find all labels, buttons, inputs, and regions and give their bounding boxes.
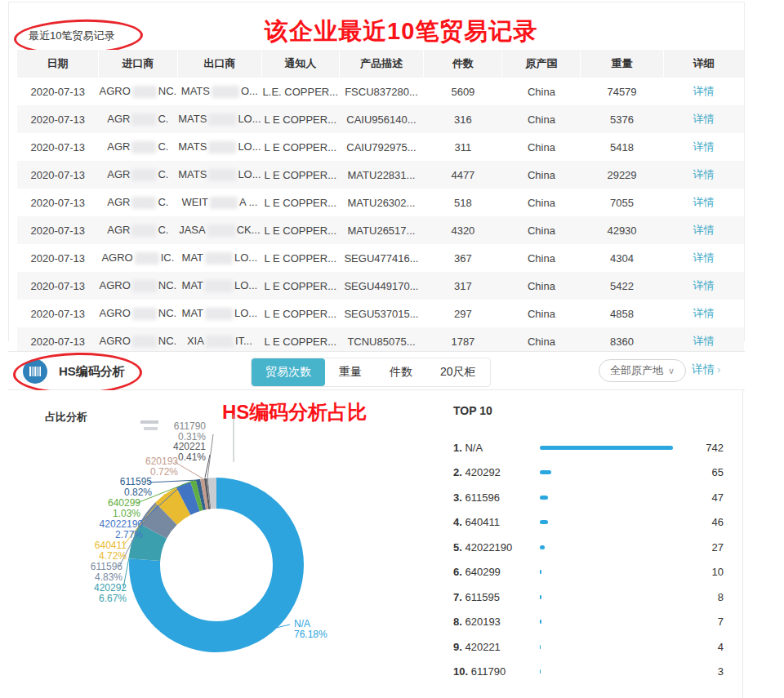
table-row: 2020-07-13AGRONC.MATLO...L E COPPER...SE… — [17, 272, 744, 300]
censored-text — [210, 197, 238, 209]
censored-text — [208, 113, 236, 126]
trade-table: 日期 进口商 出口商 通知人 产品描述 件数 原产国 重量 详细 2020-07… — [17, 50, 744, 355]
weight-cell: 5422 — [581, 272, 663, 300]
detail-link[interactable]: 详情 — [693, 168, 715, 180]
table-row: 2020-07-13AGRC.JASACK...L E COPPER...MAT… — [17, 216, 744, 244]
table-row: 2020-07-13AGRONC.MATLO...L E COPPER...SE… — [17, 300, 744, 327]
slice-label-420221: 4202210.41% — [173, 441, 206, 463]
top10-bar-track — [540, 470, 676, 474]
censored-text — [131, 197, 156, 209]
top10-label: 9. 420221 — [453, 641, 540, 653]
top10-bar-track — [540, 620, 676, 624]
top10-row: 1. N/A742 — [453, 435, 727, 460]
exporter-cell: MATSLO... — [177, 161, 261, 189]
col-header-notify: 通知人 — [262, 50, 339, 78]
slice-label-611595: 6115950.82% — [120, 476, 152, 498]
donut-chart[interactable]: N/A76.18%4202926.67%6115964.83%6404114.7… — [8, 390, 466, 698]
tab-qty[interactable]: 件数 — [376, 358, 426, 386]
qty-cell: 297 — [424, 300, 502, 327]
top10-label: 4. 640411 — [453, 516, 540, 528]
product-cell: CAIU956140... — [339, 105, 424, 133]
date-cell: 2020-07-13 — [17, 105, 99, 133]
col-header-qty: 件数 — [424, 50, 502, 78]
top10-value: 65 — [676, 466, 727, 478]
detail-cell: 详情 — [663, 105, 744, 133]
weight-cell: 5418 — [581, 133, 663, 161]
col-header-weight: 重量 — [581, 50, 663, 78]
col-header-product: 产品描述 — [339, 50, 424, 78]
top10-label: 2. 420292 — [453, 466, 540, 478]
weight-cell: 5376 — [581, 105, 663, 133]
censored-text — [131, 141, 156, 153]
top10-label: 7. 611595 — [453, 591, 540, 603]
top10-label: 6. 640299 — [453, 566, 540, 578]
trade-table-body: 2020-07-13AGRONC.MATSO...L.E. COPPER...F… — [17, 78, 744, 355]
censored-text — [208, 141, 236, 153]
slice-label-42022190: 420221902.77% — [100, 518, 144, 540]
exporter-cell: MATLO... — [177, 272, 261, 300]
col-header-detail: 详细 — [663, 50, 744, 78]
detail-link[interactable]: 详情 — [693, 251, 715, 264]
detail-cell: 详情 — [663, 244, 744, 272]
top10-panel: TOP 10 1. N/A7422. 420292653. 611596474.… — [453, 404, 727, 684]
product-cell: MATU26517... — [339, 216, 424, 244]
detail-link[interactable]: 详情 — [693, 85, 715, 97]
table-title: 最近10笔贸易记录 — [29, 29, 114, 43]
detail-cell: 详情 — [663, 133, 744, 161]
notify-cell: L E COPPER... — [262, 300, 339, 327]
notify-cell: L E COPPER... — [262, 105, 339, 133]
tab-weight[interactable]: 重量 — [325, 358, 376, 386]
tab-20ft[interactable]: 20尺柜 — [426, 358, 490, 386]
top10-label: 3. 611596 — [453, 491, 540, 504]
detail-link[interactable]: 详情 — [693, 196, 715, 208]
slice-label-N/A: N/A76.18% — [294, 618, 327, 640]
detail-link[interactable]: 详情 — [693, 279, 715, 291]
exporter-cell: MATSLO... — [177, 105, 261, 133]
date-cell: 2020-07-13 — [17, 272, 99, 300]
slice-label-640299: 6402991.03% — [108, 497, 140, 519]
censored-text — [132, 336, 157, 348]
qty-cell: 4477 — [424, 161, 502, 189]
origin-cell: China — [502, 78, 581, 105]
slice-label-611790: 6117900.31% — [174, 420, 206, 442]
slice-label-611596: 6115964.83% — [91, 561, 122, 583]
callout-line-611790 — [207, 434, 213, 478]
origin-cell: China — [502, 272, 581, 300]
hs-detail-link[interactable]: 详情› — [692, 362, 720, 377]
tab-trade-count[interactable]: 贸易次数 — [252, 358, 325, 386]
top10-value: 4 — [676, 641, 727, 653]
censored-text — [205, 280, 233, 292]
detail-link[interactable]: 详情 — [693, 140, 715, 153]
qty-cell: 518 — [424, 189, 502, 216]
origin-cell: China — [502, 189, 581, 216]
weight-cell: 4858 — [581, 300, 663, 327]
top10-label: 5. 42022190 — [453, 541, 540, 554]
censored-text — [131, 169, 156, 181]
detail-link[interactable]: 详情 — [693, 307, 715, 319]
date-cell: 2020-07-13 — [17, 133, 99, 161]
detail-link[interactable]: 详情 — [693, 335, 715, 347]
importer-cell: AGRONC. — [99, 272, 178, 300]
top10-bar-track — [540, 669, 676, 674]
exporter-cell: MATLO... — [177, 300, 261, 327]
detail-link[interactable]: 详情 — [693, 113, 715, 125]
detail-link[interactable]: 详情 — [693, 224, 715, 236]
censored-text — [205, 308, 233, 320]
origin-filter-dropdown[interactable]: 全部原产地∨ — [599, 359, 686, 382]
censored-text — [132, 308, 157, 320]
censored-text — [205, 252, 233, 265]
date-cell: 2020-07-13 — [17, 300, 99, 327]
top10-label: 1. N/A — [453, 442, 540, 454]
censored-text — [131, 113, 156, 126]
top10-bar — [540, 545, 545, 549]
censored-text — [135, 252, 159, 265]
top10-value: 7 — [676, 616, 727, 628]
weight-cell: 4304 — [581, 244, 663, 272]
censored-text — [132, 280, 157, 292]
date-cell: 2020-07-13 — [17, 78, 99, 105]
annotation-table-note: 该企业最近10笔贸易记录 — [265, 16, 537, 48]
exporter-cell: WEITA ... — [177, 189, 261, 216]
top10-value: 47 — [676, 491, 727, 504]
qty-cell: 311 — [424, 133, 502, 161]
top10-label: 10. 611790 — [453, 665, 540, 678]
